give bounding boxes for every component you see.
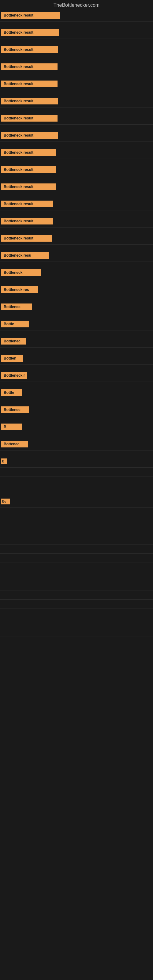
empty-row — [0, 563, 153, 572]
bar-area — [57, 165, 152, 174]
items-list: Bottleneck result Bottleneck result Bott… — [0, 9, 153, 636]
bar-area — [54, 200, 152, 208]
empty-row — [0, 572, 153, 581]
bottleneck-badge: Bottleneck r — [1, 372, 27, 379]
bottleneck-badge: Bottleneck result — [1, 200, 53, 207]
bar-area — [57, 183, 152, 191]
empty-row — [0, 609, 153, 618]
list-item[interactable]: Bottlenec — [0, 335, 153, 348]
bottleneck-badge: Bottleneck result — [1, 183, 56, 190]
bar-area — [29, 440, 152, 449]
bar-area — [39, 285, 152, 294]
list-item[interactable]: Bottlen — [0, 352, 153, 365]
bar-area — [59, 97, 152, 105]
bottleneck-badge: Bottleneck result — [1, 235, 52, 242]
bottleneck-badge: Bottleneck result — [1, 81, 57, 87]
list-item[interactable]: Bottlenec — [0, 404, 153, 416]
bar-area — [59, 80, 152, 88]
bar-area — [61, 11, 152, 20]
bar-area — [57, 148, 152, 157]
empty-row — [0, 508, 153, 517]
bar-area — [42, 268, 152, 277]
list-item[interactable]: Bottleneck resu — [0, 249, 153, 262]
empty-row — [0, 554, 153, 563]
bottleneck-badge: Bottlen — [1, 355, 23, 362]
bottleneck-badge: Bottleneck result — [1, 115, 57, 122]
bottleneck-badge: B — [1, 423, 22, 430]
bar-area — [59, 45, 152, 54]
list-item[interactable]: Bottleneck result — [0, 198, 153, 210]
empty-row — [0, 477, 153, 486]
empty-row — [0, 600, 153, 609]
bottleneck-badge: Bottleneck result — [1, 218, 53, 224]
bottleneck-badge: Bottle — [1, 321, 29, 328]
list-item[interactable]: B — [0, 455, 153, 468]
bottleneck-badge: Bottleneck result — [1, 46, 58, 53]
bar-area — [50, 251, 152, 260]
list-item[interactable]: Bo — [0, 495, 153, 508]
empty-row — [0, 486, 153, 495]
bar-area — [29, 371, 152, 380]
empty-row — [0, 544, 153, 554]
empty-row — [0, 468, 153, 477]
list-item[interactable]: Bottleneck result — [0, 112, 153, 125]
bottleneck-badge: Bottleneck res — [1, 286, 38, 293]
bottleneck-badge: Bottleneck result — [1, 98, 58, 105]
bar-area — [53, 234, 152, 243]
list-item[interactable]: Bottleneck — [0, 266, 153, 279]
bottleneck-badge: Bottenec — [1, 441, 28, 447]
list-item[interactable]: Bottleneck result — [0, 215, 153, 228]
bottleneck-badge: Bottlenec — [1, 338, 26, 345]
empty-row — [0, 526, 153, 535]
list-item[interactable]: Bottleneck result — [0, 232, 153, 245]
list-item[interactable]: Bottleneck result — [0, 9, 153, 22]
bar-area — [30, 320, 152, 328]
bar-area — [23, 423, 152, 431]
empty-row — [0, 581, 153, 590]
bar-area — [54, 217, 152, 225]
list-item[interactable]: Bottenec — [0, 438, 153, 450]
empty-row — [0, 627, 153, 636]
list-item[interactable]: Bottleneck r — [0, 369, 153, 382]
list-item[interactable]: Bottleneck result — [0, 181, 153, 193]
bottleneck-badge: Bottleneck result — [1, 12, 60, 19]
bottleneck-badge: Bottleneck — [1, 269, 41, 276]
bottleneck-badge: Bottleneck result — [1, 29, 59, 36]
empty-row — [0, 618, 153, 627]
bar-area — [11, 497, 152, 506]
list-item[interactable]: Bottleneck result — [0, 164, 153, 176]
list-item[interactable]: Bottleneck result — [0, 26, 153, 39]
bottleneck-badge: Bottlenec — [1, 406, 29, 413]
bottleneck-badge: Bottleneck result — [1, 64, 57, 70]
list-item[interactable]: Bottleneck result — [0, 95, 153, 108]
list-item[interactable]: Bottleneck res — [0, 283, 153, 296]
bar-area — [27, 337, 152, 345]
list-item[interactable]: Bottleneck result — [0, 78, 153, 90]
site-title: TheBottlenecker.com — [0, 0, 153, 9]
list-item[interactable]: Bottlenec — [0, 301, 153, 313]
bar-area — [33, 302, 152, 311]
bar-area — [30, 406, 152, 414]
empty-row — [0, 517, 153, 526]
list-item[interactable]: Bottleneck result — [0, 43, 153, 56]
bottleneck-badge: Bo — [1, 499, 10, 504]
list-item[interactable]: Bottleneck result — [0, 129, 153, 142]
bar-area — [9, 457, 152, 466]
bar-area — [59, 114, 152, 123]
bottleneck-badge: Bottleneck result — [1, 166, 56, 173]
list-item[interactable]: B — [0, 421, 153, 433]
bar-area — [59, 62, 152, 71]
bottleneck-badge: Bottle — [1, 389, 22, 396]
empty-row — [0, 590, 153, 600]
bottleneck-badge: B — [1, 458, 7, 464]
list-item[interactable]: Bottle — [0, 387, 153, 399]
empty-row — [0, 535, 153, 544]
bar-area — [60, 28, 152, 37]
bar-area — [24, 354, 152, 363]
bottleneck-badge: Bottleneck result — [1, 132, 58, 139]
list-item[interactable]: Bottleneck result — [0, 60, 153, 73]
bottleneck-badge: Bottleneck result — [1, 149, 56, 156]
list-item[interactable]: Bottle — [0, 318, 153, 331]
list-item[interactable]: Bottleneck result — [0, 146, 153, 159]
bottleneck-badge: Bottlenec — [1, 304, 32, 310]
